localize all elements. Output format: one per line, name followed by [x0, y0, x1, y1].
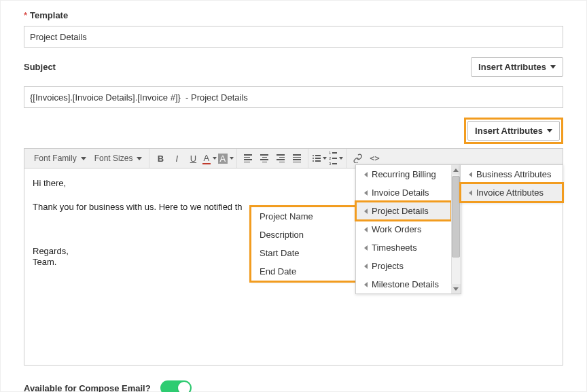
number-list-icon[interactable]: 123 — [327, 151, 344, 166]
menu-item-description[interactable]: Description — [251, 226, 356, 244]
attributes-menu-top: Business Attributes Invoice Attributes — [460, 164, 563, 202]
menu-item-project-name[interactable]: Project Name — [251, 207, 356, 226]
subject-label: Subject — [24, 62, 56, 72]
menu-item-project-details[interactable]: Project Details — [356, 202, 451, 220]
bullet-list-icon[interactable] — [311, 151, 327, 166]
text-color-icon[interactable]: A — [201, 151, 217, 166]
menu-item-business-attributes[interactable]: Business Attributes — [461, 165, 563, 183]
align-left-icon[interactable] — [240, 151, 256, 166]
align-center-icon[interactable] — [256, 151, 272, 166]
chevron-left-icon — [364, 264, 368, 269]
template-input[interactable] — [24, 26, 563, 48]
menu-item-projects[interactable]: Projects — [356, 257, 451, 275]
italic-icon[interactable]: I — [168, 151, 185, 166]
chevron-down-icon — [550, 65, 556, 69]
code-icon[interactable]: <> — [366, 151, 383, 166]
chevron-left-icon — [364, 282, 368, 287]
compose-email-label: Available for Compose Email? — [24, 383, 151, 393]
menu-item-milestone-details[interactable]: Milestone Details — [356, 275, 451, 293]
attributes-menu-sub: Project Name Description Start Date End … — [251, 207, 357, 281]
body-insert-attributes-highlight: Insert Attributes — [464, 118, 563, 144]
editor-regards2: Team. — [33, 257, 56, 267]
chevron-left-icon — [469, 172, 472, 177]
editor-regards1: Regards, — [33, 246, 69, 256]
menu-item-timesheets[interactable]: Timesheets — [356, 238, 451, 257]
chevron-left-icon — [364, 209, 368, 214]
font-size-dropdown[interactable]: Font Sizes — [90, 154, 147, 163]
font-family-dropdown[interactable]: Font Family — [30, 154, 90, 163]
menu-item-end-date[interactable]: End Date — [251, 262, 356, 281]
underline-icon[interactable]: U — [185, 151, 201, 166]
toggle-knob — [178, 382, 190, 392]
menu-item-work-orders[interactable]: Work Orders — [356, 220, 451, 238]
chevron-left-icon — [364, 245, 368, 251]
chevron-left-icon — [364, 227, 368, 232]
bold-icon[interactable]: B — [152, 151, 168, 166]
subject-insert-attributes-button[interactable]: Insert Attributes — [471, 57, 563, 77]
chevron-left-icon — [469, 190, 472, 196]
align-right-icon[interactable] — [272, 151, 289, 166]
body-insert-attributes-button[interactable]: Insert Attributes — [467, 121, 560, 141]
compose-email-toggle[interactable] — [160, 380, 192, 392]
attributes-menu-mid: Recurring Billing Invoice Details Projec… — [355, 164, 461, 294]
menu-scrollbar[interactable] — [451, 165, 461, 293]
align-justify-icon[interactable] — [289, 151, 305, 166]
chevron-left-icon — [364, 172, 368, 177]
menu-item-recurring-billing[interactable]: Recurring Billing — [356, 165, 451, 183]
chevron-left-icon — [364, 190, 368, 196]
menu-item-start-date[interactable]: Start Date — [251, 244, 356, 262]
background-color-icon[interactable]: A — [217, 151, 234, 166]
template-label: *Template — [24, 10, 563, 20]
link-icon[interactable] — [350, 151, 366, 166]
subject-input[interactable] — [24, 86, 563, 108]
menu-item-invoice-details[interactable]: Invoice Details — [356, 183, 451, 202]
chevron-down-icon — [547, 129, 552, 132]
menu-item-invoice-attributes[interactable]: Invoice Attributes — [461, 183, 563, 202]
